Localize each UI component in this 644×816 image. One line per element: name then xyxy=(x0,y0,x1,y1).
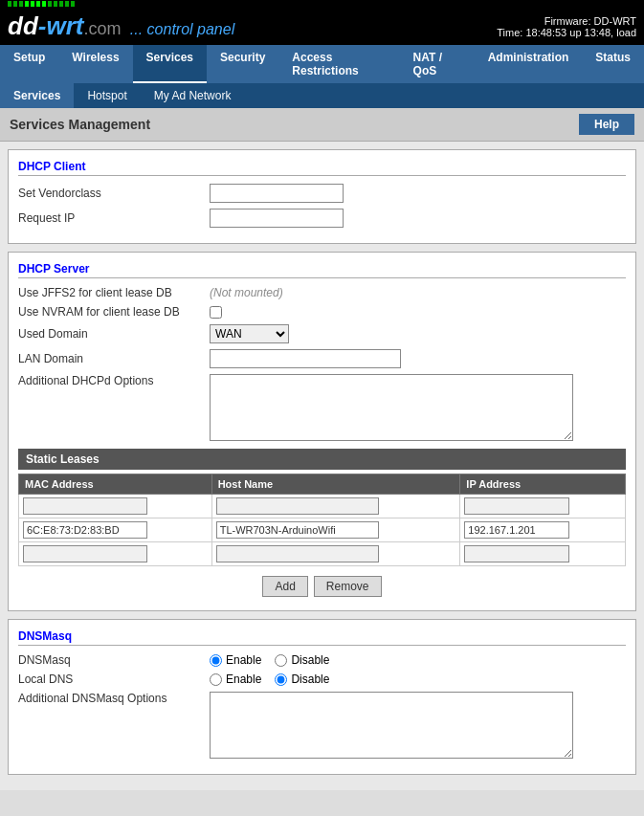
led-indicator xyxy=(36,1,40,7)
logo-text: dd-wrt.com ... control panel xyxy=(8,11,234,41)
remove-lease-button[interactable]: Remove xyxy=(314,576,382,597)
dnsmasq-enable-radio[interactable] xyxy=(210,654,222,667)
nav-wireless[interactable]: Wireless xyxy=(58,45,132,83)
lease-host-input-placeholder[interactable] xyxy=(216,497,379,515)
led-indicator xyxy=(31,1,34,7)
lease-mac-input-1[interactable] xyxy=(23,521,147,539)
add-lease-button[interactable]: Add xyxy=(262,576,307,597)
sub-tab-hotspot[interactable]: Hotspot xyxy=(74,83,140,108)
request-ip-row: Request IP xyxy=(18,209,626,228)
lease-ip-input-2[interactable] xyxy=(464,545,569,562)
request-ip-label: Request IP xyxy=(18,211,210,225)
lease-host-input-2[interactable] xyxy=(216,545,379,562)
page-title: Services Management xyxy=(10,117,150,132)
dhcp-client-section: DHCP Client Set Vendorclass Request IP xyxy=(8,149,636,244)
led-indicator xyxy=(42,1,46,7)
additional-dhcpd-textarea[interactable] xyxy=(210,374,573,441)
static-leases-header: Static Leases xyxy=(18,449,626,470)
col-host: Host Name xyxy=(211,474,460,495)
col-mac: MAC Address xyxy=(19,474,212,495)
local-dns-disable-radio[interactable] xyxy=(275,673,287,686)
request-ip-input[interactable] xyxy=(210,209,344,228)
nav-security[interactable]: Security xyxy=(207,45,278,83)
lease-host-input-1[interactable] xyxy=(216,521,379,539)
jffs2-value: (Not mounted) xyxy=(210,286,283,299)
led-indicator xyxy=(19,1,23,7)
local-dns-row: Local DNS Enable Disable xyxy=(18,673,626,686)
led-indicator xyxy=(65,1,69,7)
app-header: dd-wrt.com ... control panel Firmware: D… xyxy=(0,8,644,45)
dnsmasq-disable-radio[interactable] xyxy=(275,654,287,667)
help-button[interactable]: Help xyxy=(579,114,634,135)
sub-nav: Services Hotspot My Ad Network xyxy=(0,83,644,108)
page-header: Services Management Help xyxy=(0,108,644,142)
dhcp-server-section: DHCP Server Use JFFS2 for client lease D… xyxy=(8,252,636,611)
logo: dd-wrt.com ... control panel xyxy=(8,11,234,41)
vendorclass-input[interactable] xyxy=(210,184,344,203)
additional-dns-row: Additional DNSMasq Options xyxy=(18,692,626,759)
logo-dd: dd xyxy=(8,11,38,40)
led-bar xyxy=(0,0,644,8)
main-nav: Setup Wireless Services Security Access … xyxy=(0,45,644,83)
table-row xyxy=(19,542,626,566)
local-dns-disable-label: Disable xyxy=(291,673,329,686)
nav-access-restrictions[interactable]: Access Restrictions xyxy=(278,45,399,83)
local-dns-enable-radio[interactable] xyxy=(210,673,222,686)
led-indicator xyxy=(54,1,57,7)
dhcp-client-title: DHCP Client xyxy=(18,160,626,176)
additional-dns-label: Additional DNSMasq Options xyxy=(18,692,210,705)
additional-dhcpd-row: Additional DHCPd Options xyxy=(18,374,626,441)
lease-ip-input-placeholder[interactable] xyxy=(464,497,569,515)
dnsmasq-title: DNSMasq xyxy=(18,629,626,646)
nav-services[interactable]: Services xyxy=(133,45,207,83)
dnsmasq-radio-group: Enable Disable xyxy=(210,653,339,667)
additional-dhcpd-label: Additional DHCPd Options xyxy=(18,374,210,387)
dhcp-server-title: DHCP Server xyxy=(18,262,626,278)
logo-cp: ... control panel xyxy=(130,21,234,37)
used-domain-row: Used Domain WAN LAN LAN&WAN xyxy=(18,324,626,343)
firmware-line1: Firmware: DD-WRT xyxy=(497,15,636,27)
used-domain-select[interactable]: WAN LAN LAN&WAN xyxy=(210,324,289,343)
table-row xyxy=(19,518,626,542)
lease-mac-input-2[interactable] xyxy=(23,545,147,562)
local-dns-label: Local DNS xyxy=(18,673,210,686)
nav-status[interactable]: Status xyxy=(582,45,644,83)
dnsmasq-row: DNSMasq Enable Disable xyxy=(18,653,626,667)
led-indicator xyxy=(8,1,11,7)
dnsmasq-section: DNSMasq DNSMasq Enable Disable Local DNS… xyxy=(8,619,636,775)
additional-dns-textarea[interactable] xyxy=(210,692,573,759)
logo-wrt: -wrt xyxy=(38,11,84,40)
vendorclass-label: Set Vendorclass xyxy=(18,187,210,200)
logo-com: .com xyxy=(83,19,121,38)
lease-buttons: Add Remove xyxy=(18,572,626,601)
dnsmasq-disable-label: Disable xyxy=(291,653,329,667)
dnsmasq-enable-label: Enable xyxy=(226,653,261,667)
nvram-row: Use NVRAM for client lease DB xyxy=(18,305,626,319)
table-row xyxy=(19,495,626,518)
nav-administration[interactable]: Administration xyxy=(475,45,583,83)
lease-ip-input-1[interactable] xyxy=(464,521,569,539)
lan-domain-input[interactable] xyxy=(210,349,401,368)
local-dns-radio-group: Enable Disable xyxy=(210,673,339,686)
sub-tab-my-ad-network[interactable]: My Ad Network xyxy=(141,83,245,108)
led-indicator xyxy=(59,1,63,7)
nvram-checkbox[interactable] xyxy=(210,306,222,319)
led-indicator xyxy=(71,1,75,7)
vendorclass-row: Set Vendorclass xyxy=(18,184,626,203)
jffs2-row: Use JFFS2 for client lease DB (Not mount… xyxy=(18,286,626,299)
main-content: DHCP Client Set Vendorclass Request IP D… xyxy=(0,142,644,790)
nav-nat-qos[interactable]: NAT / QoS xyxy=(400,45,475,83)
used-domain-label: Used Domain xyxy=(18,327,210,341)
dnsmasq-label: DNSMasq xyxy=(18,653,210,667)
lease-mac-input-placeholder[interactable] xyxy=(23,497,147,515)
led-indicator xyxy=(13,1,17,7)
col-ip: IP Address xyxy=(460,474,626,495)
lan-domain-label: LAN Domain xyxy=(18,352,210,365)
led-indicator xyxy=(48,1,52,7)
firmware-line2: Time: 18:48:53 up 13:48, load xyxy=(497,27,636,38)
lan-domain-row: LAN Domain xyxy=(18,349,626,368)
sub-tab-services[interactable]: Services xyxy=(0,83,74,108)
nvram-label: Use NVRAM for client lease DB xyxy=(18,305,210,319)
local-dns-enable-label: Enable xyxy=(226,673,261,686)
nav-setup[interactable]: Setup xyxy=(0,45,58,83)
